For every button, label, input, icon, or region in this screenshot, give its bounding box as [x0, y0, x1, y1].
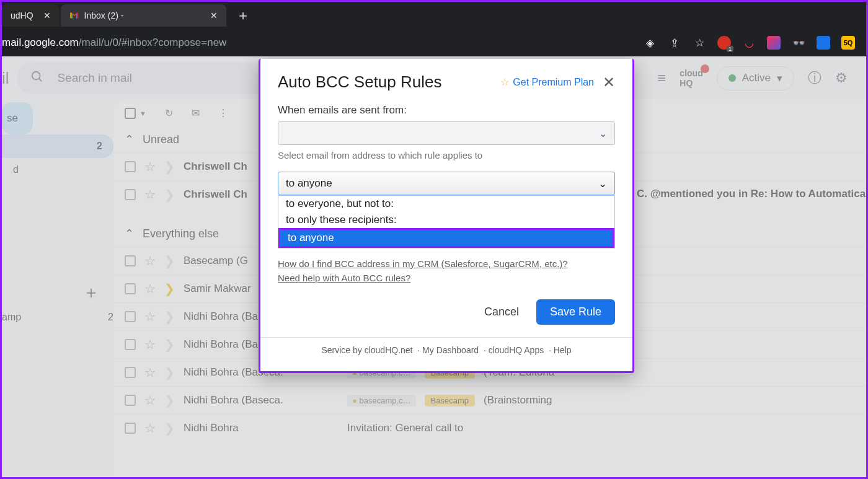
- chevron-down-icon: ▾: [777, 72, 782, 85]
- star-icon[interactable]: ☆: [144, 393, 156, 408]
- from-hint: Select email from address to which rule …: [278, 150, 615, 160]
- row-checkbox[interactable]: [125, 161, 136, 172]
- row-checkbox[interactable]: [125, 311, 136, 322]
- sidebar-item-inbox[interactable]: 2: [2, 134, 113, 158]
- cancel-button[interactable]: Cancel: [473, 299, 530, 325]
- settings-alt-icon[interactable]: ≡: [657, 69, 666, 87]
- row-checkbox[interactable]: [125, 367, 136, 378]
- close-icon[interactable]: ✕: [210, 11, 218, 20]
- from-email-select[interactable]: ⌄: [278, 121, 615, 145]
- extension-icon[interactable]: [767, 36, 781, 50]
- close-icon[interactable]: ✕: [43, 11, 51, 20]
- label-count: 2: [108, 312, 113, 323]
- url-path: /mail/u/0/#inbox?compose=new: [79, 37, 227, 49]
- star-icon[interactable]: ☆: [144, 337, 156, 352]
- sidebar-label[interactable]: amp 2: [2, 304, 113, 325]
- dropdown-option[interactable]: to only these recipients:: [278, 212, 614, 228]
- close-icon[interactable]: ✕: [603, 74, 615, 91]
- svg-line-1: [38, 79, 42, 82]
- star-icon[interactable]: ☆: [144, 187, 156, 202]
- importance-icon[interactable]: ❯: [164, 187, 175, 202]
- star-icon[interactable]: ☆: [144, 253, 156, 268]
- star-icon[interactable]: ☆: [144, 421, 156, 436]
- star-icon[interactable]: ☆: [693, 36, 706, 50]
- extension-icon[interactable]: 1: [717, 36, 731, 50]
- extension-icon[interactable]: 5Q: [841, 36, 855, 50]
- address-bar[interactable]: mail.google.com/mail/u/0/#inbox?compose=…: [2, 29, 866, 56]
- importance-icon[interactable]: ❯: [164, 309, 175, 324]
- search-icon: [30, 70, 44, 86]
- eye-icon[interactable]: ◈: [643, 36, 657, 50]
- browser-tab-0[interactable]: udHQ ✕: [2, 4, 60, 27]
- compose-button[interactable]: se: [2, 102, 33, 134]
- extension-icon[interactable]: 👓: [792, 36, 805, 50]
- faq-link-rules[interactable]: Need help with Auto BCC rules?: [278, 273, 615, 283]
- dashboard-link[interactable]: My Dashboard: [422, 345, 479, 355]
- status-dot-icon: [728, 74, 736, 82]
- star-icon[interactable]: ☆: [144, 365, 156, 380]
- star-icon[interactable]: ☆: [144, 281, 156, 296]
- more-icon[interactable]: ⋮: [218, 107, 228, 119]
- importance-icon[interactable]: ❯: [164, 281, 175, 296]
- sender: Nidhi Bohra (Baseca.: [184, 394, 339, 406]
- inbox-count: 2: [97, 141, 102, 152]
- faq-link-crm[interactable]: How do I find BCC address in my CRM (Sal…: [278, 258, 615, 269]
- dropdown-option-selected[interactable]: to anyone: [278, 228, 614, 248]
- sidebar-item-snoozed[interactable]: d: [2, 158, 113, 182]
- apps-link[interactable]: cloudHQ Apps: [489, 345, 544, 355]
- svg-point-0: [32, 72, 40, 80]
- importance-icon[interactable]: ❯: [164, 337, 175, 352]
- save-rule-button[interactable]: Save Rule: [536, 299, 615, 325]
- help-link[interactable]: Help: [554, 345, 572, 355]
- importance-icon[interactable]: ❯: [164, 159, 175, 174]
- row-checkbox[interactable]: [125, 423, 136, 434]
- share-icon[interactable]: ⇪: [668, 36, 681, 50]
- label-chip[interactable]: basecamp.c…: [347, 395, 416, 406]
- add-label-button[interactable]: ＋: [2, 281, 113, 304]
- row-checkbox[interactable]: [125, 283, 136, 294]
- cloudhq-link[interactable]: cloudHQ.net: [365, 345, 413, 355]
- row-checkbox[interactable]: [125, 395, 136, 406]
- new-tab-button[interactable]: ＋: [228, 6, 259, 25]
- chevron-down-icon: ⌃: [125, 227, 134, 240]
- url-domain: mail.google.com: [2, 37, 79, 49]
- chevron-down-icon: ⌄: [599, 128, 607, 139]
- recipient-scope-select[interactable]: to anyone ⌄: [278, 172, 615, 195]
- chevron-down-icon: ⌃: [125, 133, 134, 146]
- select-all-checkbox[interactable]: ▼: [125, 108, 146, 119]
- toolbar-icons: ◈ ⇪ ☆ 1 ◡ 👓 5Q: [643, 36, 866, 50]
- mark-read-icon[interactable]: ✉: [192, 107, 200, 119]
- importance-icon[interactable]: ❯: [164, 253, 175, 268]
- star-icon[interactable]: ☆: [144, 309, 156, 324]
- cloudhq-logo[interactable]: cloudHQ: [680, 68, 702, 88]
- recipient-scope-dropdown: to everyone, but not to: to only these r…: [278, 195, 615, 248]
- browser-tab-1[interactable]: Inbox (2) - ✕: [61, 4, 227, 27]
- row-checkbox[interactable]: [125, 255, 136, 266]
- chevron-down-icon: ⌄: [598, 177, 607, 190]
- pocket-icon[interactable]: ◡: [742, 36, 756, 50]
- status-dropdown[interactable]: Active ▾: [717, 66, 794, 90]
- row-checkbox[interactable]: [125, 189, 136, 200]
- subject: (Brainstorming: [484, 394, 552, 406]
- label-chip[interactable]: Basecamp: [425, 395, 475, 406]
- mail-row[interactable]: ☆❯Nidhi BohraInvitation: General call to: [113, 414, 866, 442]
- row-checkbox[interactable]: [125, 339, 136, 350]
- help-icon[interactable]: ⓘ: [808, 69, 822, 87]
- label-name: amp: [2, 312, 21, 323]
- extension-icon[interactable]: [817, 36, 830, 50]
- tab-title: Inbox (2) -: [84, 11, 124, 20]
- get-premium-link[interactable]: ☆ Get Premium Plan: [500, 76, 594, 88]
- footer-text: Service by: [321, 345, 364, 355]
- importance-icon[interactable]: ❯: [164, 365, 175, 380]
- importance-icon[interactable]: ❯: [164, 421, 175, 436]
- star-icon[interactable]: ☆: [144, 159, 156, 174]
- section-title: Unread: [143, 133, 179, 146]
- refresh-icon[interactable]: ↻: [165, 107, 173, 119]
- gear-icon[interactable]: ⚙: [835, 70, 848, 86]
- mail-row[interactable]: ☆❯Nidhi Bohra (Baseca.basecamp.c…Basecam…: [113, 386, 866, 414]
- gmail-icon: [69, 11, 79, 20]
- dropdown-option[interactable]: to everyone, but not to:: [278, 196, 614, 212]
- importance-icon[interactable]: ❯: [164, 393, 175, 408]
- section-title: Everything else: [143, 227, 219, 240]
- star-icon: ☆: [500, 76, 509, 88]
